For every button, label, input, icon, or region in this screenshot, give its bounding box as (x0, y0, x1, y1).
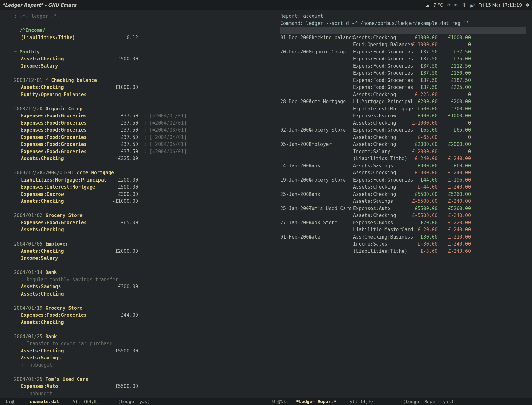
report-balance: £-220.00 (438, 219, 471, 227)
report-date (280, 91, 309, 98)
ledger-source-buffer[interactable]: ; -*- ledger -*-= /^Income/(Liabilities:… (0, 10, 266, 398)
account-name: Assets:Checking (21, 155, 103, 162)
amount: £65.00 (103, 219, 138, 227)
posting-note (138, 191, 144, 198)
report-account: Assets:Checking (353, 141, 404, 148)
report-balance: £1000.00 (438, 34, 471, 41)
report-payee (309, 240, 353, 248)
posting-row: Equity:Opening Balances (14, 91, 260, 98)
report-date: 14-Jan-2004 (280, 162, 309, 170)
posting-row: Assets:Checking-£1000.00 (14, 198, 260, 205)
ledger-report-buffer[interactable]: Report: accountCommand: ledger --sort d … (266, 10, 532, 398)
report-account: (Liabilities:Tithe) (353, 248, 404, 255)
amount: £44.00 (103, 312, 138, 319)
report-date: 25-Jan-2004 (280, 191, 309, 198)
report-amount: £-1000.00 (404, 41, 438, 48)
report-row: Expens:Food:Groceries£37.50£150.00 (280, 70, 526, 77)
report-date (280, 77, 309, 84)
posting-row: Assets:Checking£1000.00 (14, 84, 260, 91)
report-row: Expenses:Escrow£300.00£1000.00 (280, 112, 526, 120)
posting-note (138, 255, 144, 262)
report-payee: Organic Co-op (309, 48, 353, 56)
amount: £200.00 (103, 177, 138, 184)
account-name: Expenses:Food:Groceries (21, 127, 103, 134)
report-account: Li:Mortgage:Principal (353, 98, 404, 105)
amount (103, 63, 138, 70)
report-payee (309, 169, 353, 177)
report-balance: £-240.00 (438, 184, 471, 191)
settings-gear-icon[interactable]: ✲ (526, 3, 529, 8)
report-date: 19-Jan-2004 (280, 177, 309, 184)
report-amount: £37.50 (404, 77, 438, 84)
left-modeline: -U:@--- example.dat All (64,0) (Ledger y… (0, 398, 266, 405)
report-amount: £-3.60 (404, 248, 438, 255)
account-name: Expenses:Food:Groceries (21, 112, 103, 120)
account-name: Equity:Opening Balances (21, 91, 103, 98)
posting-note (138, 63, 144, 70)
report-account: Assets:Savings (353, 162, 404, 170)
report-row: Income:Salary£-2000.000 (280, 148, 526, 155)
report-row: Assets:Checking£-65.000 (280, 134, 526, 141)
report-amount: £30.00 (404, 234, 438, 241)
report-row: Exp:Interest:Mortgage£500.00£700.00 (280, 105, 526, 113)
report-row: Assets:Checking£-1000.000 (280, 120, 526, 127)
report-payee: Acme Mortgage (309, 98, 353, 105)
refresh-icon[interactable]: ⟳ (447, 3, 451, 8)
report-command-line: Command: ledger --sort d -f /home/borbus… (280, 20, 526, 27)
posting-row: Expenses:Food:Groceries£44.00 (14, 312, 260, 319)
report-date: 25-Jan-2004 (280, 205, 309, 212)
report-date (280, 41, 309, 48)
posting-note (138, 184, 144, 191)
posting-row: (Liabilities:Tithe)0.12 (14, 34, 260, 41)
txn-tag: ; :nobudget: (21, 362, 55, 369)
report-row: 14-Jan-2004BankAssets:Savings£300.00£60.… (280, 162, 526, 170)
mail-icon[interactable]: ✉ (454, 3, 458, 8)
report-row: Equi:Opening Balances£-1000.000 (280, 41, 526, 48)
window-title: *Ledger Report* - GNU Emacs (3, 3, 425, 8)
report-balance: £150.00 (438, 70, 471, 77)
report-row: 25-Jan-2004BankAssets:Checking£5500.00£5… (280, 191, 526, 198)
amount: £300.00 (103, 191, 138, 198)
posting-note (138, 248, 144, 255)
posting-note (138, 354, 144, 362)
report-payee (309, 198, 353, 205)
report-balance: £5260.00 (438, 205, 471, 212)
modeline-dashes: ----------------------------------------… (454, 399, 532, 404)
report-amount: £-65.00 (404, 134, 438, 141)
network-icon[interactable]: ⇅ (462, 3, 466, 8)
report-row: Assets:Checking£-44.00£-240.00 (280, 184, 526, 191)
report-row: Assets:Checking£-225.000 (280, 91, 526, 98)
clock-text: Fri 15 Mar 17:11:19 (478, 3, 522, 8)
report-balance: £700.00 (438, 105, 471, 113)
report-payee: Bank (309, 191, 353, 198)
report-amount: £37.50 (404, 84, 438, 91)
report-date: 27-Jan-2004 (280, 219, 309, 227)
report-balance: 0 (438, 91, 471, 98)
report-balance: £-210.00 (438, 234, 471, 241)
account-name: Expenses:Food:Groceries (21, 312, 103, 319)
report-account: Assets:Checking (353, 191, 404, 198)
report-balance: £-243.60 (438, 248, 471, 255)
posting-row: Expenses:Food:Groceries£65.00 (14, 219, 260, 227)
account-name: Liabilities:Mortgage:Principal (21, 177, 103, 184)
report-row: Assets:Savings£-5500.00£-240.00 (280, 198, 526, 205)
report-amount: £44.00 (404, 177, 438, 184)
txn-header: 2003/12/20 Organic Co-op (14, 105, 260, 113)
report-balance: £187.50 (438, 77, 471, 84)
report-row: Assets:Checking£-300.00£-240.00 (280, 169, 526, 177)
amount: £37.50 (103, 127, 138, 134)
account-name: Expenses:Auto (21, 383, 103, 390)
report-balance: 0 (438, 41, 471, 48)
payee-name: Grocery Store (45, 213, 82, 218)
report-balance: £-240.00 (438, 198, 471, 205)
report-amount: £-5500.00 (404, 198, 438, 205)
report-row: 28-Dec-2003Acme MortgageLi:Mortgage:Prin… (280, 98, 526, 105)
payee-name: Bank (45, 270, 57, 275)
posting-row: Assets:Savings (14, 354, 260, 362)
report-payee (309, 91, 353, 98)
posting-note: ; [=2004/03/01] (138, 127, 187, 134)
modeline-prefix: -U:@--- (3, 399, 22, 404)
report-account: Exp:Interest:Mortgage (353, 105, 404, 113)
report-account: Assets:Checking (353, 169, 404, 177)
volume-icon[interactable]: 🔊 (469, 3, 475, 8)
